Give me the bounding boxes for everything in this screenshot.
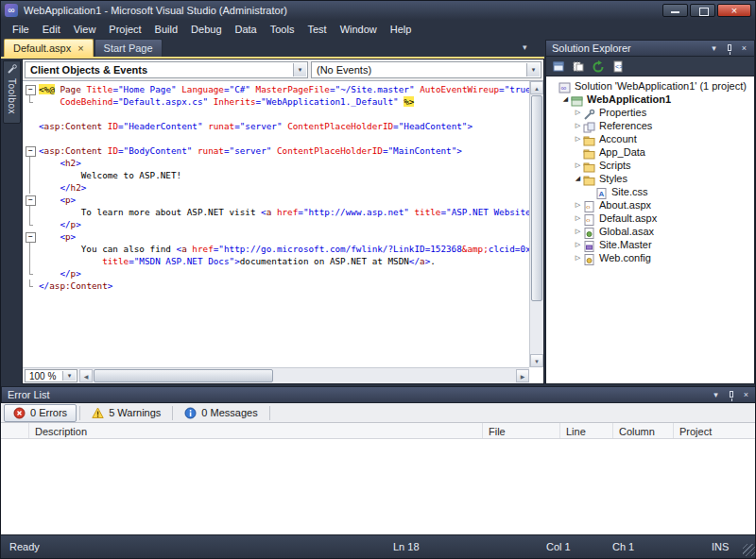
fold-collapse-icon[interactable] <box>23 194 39 206</box>
tree-expander-icon[interactable]: ◢ <box>573 175 583 182</box>
tree-expander-icon[interactable]: ▷ <box>573 254 583 262</box>
scroll-down-icon[interactable]: ▼ <box>530 354 543 367</box>
tree-item-properties[interactable]: ▷Properties <box>546 106 754 119</box>
tree-expander-icon[interactable]: ▷ <box>573 201 583 209</box>
properties-icon[interactable] <box>550 59 566 75</box>
toolbox-strip: Toolbox <box>1 59 22 384</box>
code-line: <p> <box>23 194 529 206</box>
fold-collapse-icon[interactable] <box>23 144 39 157</box>
show-all-files-icon[interactable] <box>570 59 586 75</box>
menu-edit[interactable]: Edit <box>36 22 67 37</box>
active-files-chevron-down-icon[interactable]: ▾ <box>523 42 527 52</box>
tab-start-page[interactable]: Start Page <box>94 39 163 57</box>
object-dropdown-value: Client Objects & Events <box>30 64 147 76</box>
menu-view[interactable]: View <box>67 22 103 37</box>
tree-expander-icon[interactable]: ▷ <box>573 122 583 129</box>
tree-item-default-aspx[interactable]: ▷‹›Default.aspx <box>546 212 754 225</box>
filter-5-warnings[interactable]: 5 Warnings <box>83 404 169 422</box>
menu-file[interactable]: File <box>6 22 36 37</box>
event-dropdown[interactable]: (No Events) ▾ <box>311 61 541 78</box>
code-text: </p> <box>39 267 81 280</box>
menu-bar: FileEditViewProjectBuildDebugDataToolsTe… <box>1 20 755 39</box>
tree-label: Site.css <box>611 186 648 197</box>
column-header-column[interactable]: Column <box>613 423 674 438</box>
toolbar-separator <box>172 406 173 420</box>
close-button[interactable]: × <box>717 4 751 17</box>
tree-item-web-config[interactable]: ▷Web.config <box>546 251 754 264</box>
maximize-button[interactable] <box>690 4 715 17</box>
column-header-file[interactable]: File <box>483 423 560 438</box>
horizontal-scrollbar-thumb[interactable] <box>94 369 273 382</box>
error-list-body[interactable] <box>1 439 756 536</box>
navigation-bar: Client Objects & Events ▾ (No Events) ▾ <box>23 59 543 81</box>
solution-tree: ∞Solution 'WebApplication1' (1 project)◢… <box>545 76 755 384</box>
auto-hide-pin-icon[interactable] <box>724 389 738 401</box>
tree-expander-icon[interactable]: ▷ <box>573 228 583 235</box>
tree-item-webapplication1[interactable]: ◢WebApplication1 <box>546 93 754 106</box>
window-position-chevron-icon[interactable]: ▾ <box>709 389 723 401</box>
menu-project[interactable]: Project <box>102 22 147 37</box>
menu-test[interactable]: Test <box>301 22 333 37</box>
menu-data[interactable]: Data <box>229 22 264 37</box>
column-header-line[interactable]: Line <box>560 423 613 438</box>
code-line: <asp:Content ID="HeaderContent" runat="s… <box>23 120 529 132</box>
code-area[interactable]: <%@ Page Title="Home Page" Language="C#"… <box>23 81 529 367</box>
scroll-right-icon[interactable]: ▶ <box>516 369 529 382</box>
tree-item-global-asax[interactable]: ▷Global.asax <box>546 225 754 238</box>
tree-expander-icon[interactable]: ▷ <box>573 161 583 169</box>
fold-margin <box>23 169 39 181</box>
tree-item-site-css[interactable]: ASite.css <box>546 185 754 198</box>
filter-0-messages[interactable]: 0 Messages <box>176 404 266 422</box>
menu-debug[interactable]: Debug <box>184 22 228 37</box>
object-dropdown[interactable]: Client Objects & Events ▾ <box>25 61 308 78</box>
horizontal-scrollbar[interactable]: ◀ ▶ <box>79 369 529 382</box>
view-code-icon[interactable]: <> <box>610 59 626 75</box>
filter-0-errors[interactable]: 0 Errors <box>4 404 77 422</box>
tree-item-references[interactable]: ▷References <box>546 119 754 132</box>
chevron-down-icon[interactable]: ▾ <box>293 63 306 76</box>
toolbox-tab[interactable]: Toolbox <box>3 60 21 124</box>
tree-expander-icon[interactable]: ▷ <box>573 241 583 248</box>
zoom-dropdown[interactable]: 100 % ▾ <box>25 369 77 382</box>
vertical-scrollbar[interactable]: ▲ ▼ <box>529 81 543 367</box>
tree-item-account[interactable]: ▷Account <box>546 132 754 145</box>
window-position-chevron-icon[interactable]: ▾ <box>707 42 721 55</box>
tree-item-scripts[interactable]: ▷Scripts <box>546 159 754 172</box>
scroll-up-icon[interactable]: ▲ <box>530 81 543 94</box>
tree-label: Properties <box>599 107 646 118</box>
tree-expander-icon[interactable]: ▷ <box>573 109 583 116</box>
chevron-down-icon[interactable]: ▾ <box>62 371 76 381</box>
tree-expander-icon[interactable]: ◢ <box>560 95 571 103</box>
menu-help[interactable]: Help <box>384 22 419 37</box>
svg-text:∞: ∞ <box>561 84 567 93</box>
svg-text:‹›: ‹› <box>586 217 591 224</box>
column-header-description[interactable]: Description <box>29 423 483 438</box>
fold-collapse-icon[interactable] <box>23 230 39 243</box>
tree-item-styles[interactable]: ◢Styles <box>546 172 754 185</box>
tree-item-solution-webapplication1-1-project[interactable]: ∞Solution 'WebApplication1' (1 project) <box>546 79 754 93</box>
tree-item-about-aspx[interactable]: ▷‹›About.aspx <box>546 198 754 212</box>
visual-studio-window: ∞ WebApplication1 - Microsoft Visual Stu… <box>0 0 756 559</box>
scroll-left-icon[interactable]: ◀ <box>79 369 93 382</box>
refresh-icon[interactable] <box>590 59 606 75</box>
menu-build[interactable]: Build <box>148 22 184 37</box>
auto-hide-pin-icon[interactable] <box>722 42 736 55</box>
vertical-scrollbar-thumb[interactable] <box>531 95 542 301</box>
tree-expander-icon[interactable]: ▷ <box>573 214 583 222</box>
tab-close-icon[interactable]: × <box>77 43 83 54</box>
column-header-project[interactable]: Project <box>674 423 756 438</box>
fold-collapse-icon[interactable] <box>23 83 39 95</box>
menu-tools[interactable]: Tools <box>264 22 301 37</box>
menu-window[interactable]: Window <box>334 22 384 37</box>
tree-item-app-data[interactable]: App_Data <box>546 145 754 159</box>
panel-close-icon[interactable]: × <box>739 389 753 401</box>
tab-default-aspx[interactable]: Default.aspx× <box>4 39 94 57</box>
panel-close-icon[interactable]: × <box>737 42 751 55</box>
master-icon <box>583 239 596 250</box>
tree-expander-icon[interactable]: ▷ <box>573 135 583 143</box>
resize-grip[interactable] <box>743 544 755 556</box>
code-line: </asp:Content> <box>23 280 529 292</box>
minimize-button[interactable] <box>662 4 688 17</box>
chevron-down-icon[interactable]: ▾ <box>526 63 540 76</box>
tree-item-site-master[interactable]: ▷Site.Master <box>546 238 754 251</box>
